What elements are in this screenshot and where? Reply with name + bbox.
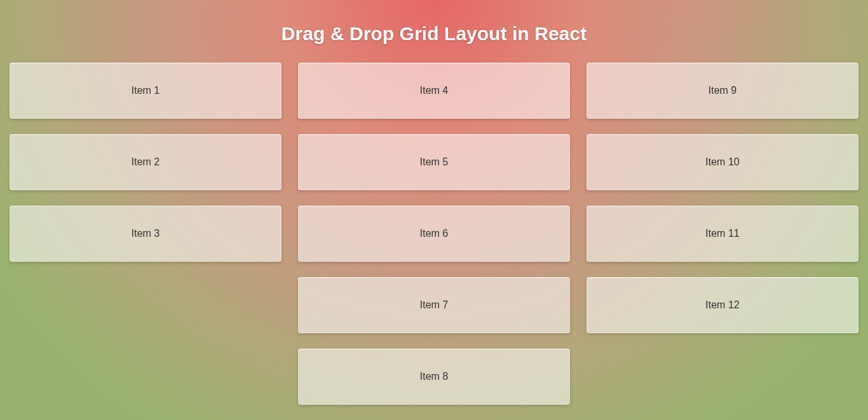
grid-item[interactable]: Item 12	[587, 277, 858, 333]
grid-column-1[interactable]: Item 1 Item 2 Item 3	[10, 63, 281, 405]
grid-layout: Item 1 Item 2 Item 3 Item 4 Item 5 Item …	[0, 63, 868, 405]
grid-item-label: Item 10	[705, 156, 739, 168]
grid-item-label: Item 9	[708, 85, 737, 96]
grid-item-label: Item 11	[705, 228, 739, 239]
grid-column-3[interactable]: Item 9 Item 10 Item 11 Item 12	[587, 63, 858, 405]
grid-item[interactable]: Item 3	[10, 206, 281, 262]
grid-item[interactable]: Item 7	[298, 277, 570, 333]
grid-item[interactable]: Item 4	[298, 63, 570, 119]
grid-item[interactable]: Item 2	[10, 134, 281, 190]
grid-item-label: Item 6	[420, 228, 448, 239]
grid-item[interactable]: Item 6	[298, 206, 570, 262]
grid-item[interactable]: Item 9	[587, 63, 858, 119]
grid-item-label: Item 4	[420, 85, 448, 96]
grid-item-label: Item 7	[420, 299, 448, 311]
grid-item-label: Item 2	[131, 156, 160, 168]
grid-item[interactable]: Item 8	[298, 349, 570, 405]
grid-item[interactable]: Item 5	[298, 134, 570, 190]
grid-item-label: Item 12	[705, 299, 739, 311]
grid-item-label: Item 8	[420, 371, 448, 382]
grid-item-label: Item 5	[420, 156, 448, 168]
grid-item-label: Item 3	[131, 228, 160, 239]
page-title: Drag & Drop Grid Layout in React	[0, 0, 868, 63]
grid-column-2[interactable]: Item 4 Item 5 Item 6 Item 7 Item 8	[298, 63, 570, 405]
grid-item[interactable]: Item 11	[587, 206, 858, 262]
grid-item[interactable]: Item 10	[587, 134, 858, 190]
grid-item[interactable]: Item 1	[10, 63, 281, 119]
grid-item-label: Item 1	[131, 85, 160, 96]
